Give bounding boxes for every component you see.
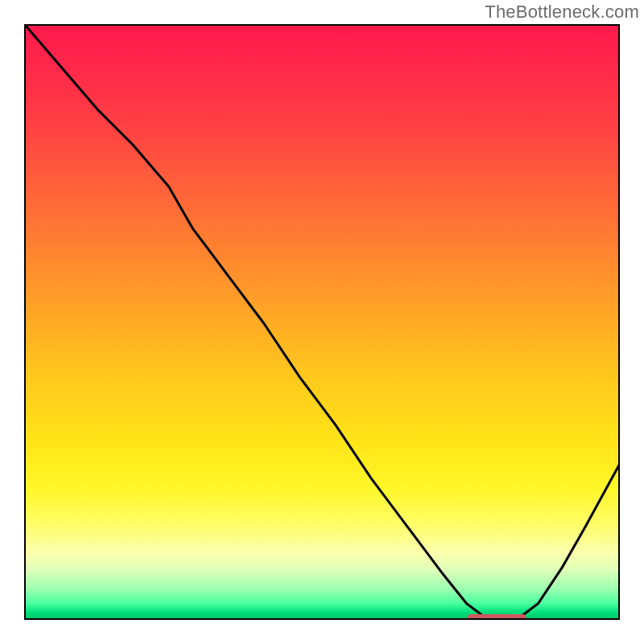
bottleneck-chart: TheBottleneck.com bbox=[0, 0, 644, 644]
curve-svg bbox=[26, 26, 620, 620]
watermark-label: TheBottleneck.com bbox=[485, 2, 639, 23]
plot-area bbox=[24, 24, 620, 620]
optimal-range-marker bbox=[467, 614, 526, 620]
bottleneck-curve bbox=[26, 26, 620, 620]
